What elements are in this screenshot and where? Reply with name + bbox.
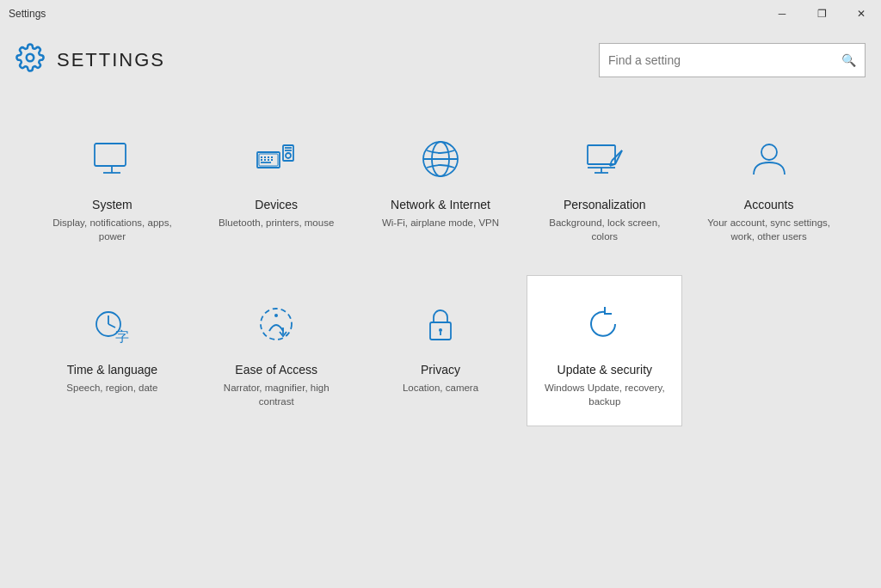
svg-line-33 [108, 324, 115, 328]
setting-item-accounts[interactable]: Accounts Your account, sync settings, wo… [691, 110, 847, 261]
search-icon: 🔍 [841, 53, 856, 67]
titlebar-title: Settings [9, 8, 46, 20]
header: SETTINGS 🔍 [0, 28, 881, 93]
time-name: Time & language [67, 363, 157, 377]
header-left: SETTINGS [15, 43, 165, 78]
personalization-icon [582, 137, 627, 187]
setting-item-privacy[interactable]: Privacy Location, camera [363, 275, 519, 426]
accounts-icon [747, 137, 792, 187]
personalization-desc: Background, lock screen, colors [536, 216, 673, 243]
svg-point-30 [761, 144, 777, 160]
titlebar-controls: ─ ❐ ✕ [762, 0, 881, 28]
network-desc: Wi-Fi, airplane mode, VPN [382, 216, 499, 230]
svg-text:字: 字 [115, 329, 129, 344]
ease-name: Ease of Access [235, 363, 317, 377]
close-button[interactable]: ✕ [841, 0, 881, 28]
setting-item-update[interactable]: Update & security Windows Update, recove… [527, 275, 682, 426]
search-input[interactable] [608, 53, 841, 67]
ease-icon [254, 302, 299, 352]
devices-name: Devices [255, 198, 298, 211]
svg-point-39 [439, 328, 442, 332]
search-box: 🔍 [599, 43, 866, 77]
settings-grid-row1: System Display, notifications, apps, pow… [34, 110, 847, 261]
main-content: System Display, notifications, apps, pow… [0, 93, 881, 444]
update-name: Update & security [558, 363, 653, 377]
gear-icon [15, 43, 45, 78]
privacy-icon [418, 302, 463, 352]
svg-point-16 [286, 153, 291, 158]
accounts-name: Accounts [744, 198, 794, 211]
minimize-button[interactable]: ─ [762, 0, 802, 28]
time-icon: 字 [89, 302, 134, 352]
setting-item-personalization[interactable]: Personalization Background, lock screen,… [527, 110, 682, 261]
page-title: SETTINGS [57, 49, 165, 71]
setting-item-devices[interactable]: Devices Bluetooth, printers, mouse [199, 110, 354, 261]
privacy-name: Privacy [421, 363, 460, 377]
ease-desc: Narrator, magnifier, high contrast [208, 381, 345, 408]
setting-item-time[interactable]: 字 Time & language Speech, region, date [34, 275, 190, 426]
devices-icon [254, 137, 299, 187]
personalization-name: Personalization [564, 198, 646, 211]
setting-item-ease[interactable]: Ease of Access Narrator, magnifier, high… [199, 275, 354, 426]
network-name: Network & Internet [391, 198, 490, 211]
setting-item-system[interactable]: System Display, notifications, apps, pow… [34, 110, 190, 261]
restore-button[interactable]: ❐ [802, 0, 841, 28]
network-icon [418, 137, 463, 187]
settings-grid-row2: 字 Time & language Speech, region, date E… [34, 275, 847, 426]
system-icon [89, 137, 134, 187]
time-desc: Speech, region, date [66, 381, 157, 395]
update-desc: Windows Update, recovery, backup [536, 381, 673, 408]
setting-item-network[interactable]: Network & Internet Wi-Fi, airplane mode,… [363, 110, 519, 261]
update-icon [582, 302, 627, 352]
svg-point-0 [27, 53, 34, 61]
devices-desc: Bluetooth, printers, mouse [219, 216, 334, 230]
svg-rect-1 [95, 144, 126, 166]
system-name: System [92, 198, 132, 211]
system-desc: Display, notifications, apps, power [44, 216, 181, 243]
empty-cell [691, 275, 847, 426]
svg-point-36 [274, 314, 278, 317]
accounts-desc: Your account, sync settings, work, other… [700, 216, 837, 243]
privacy-desc: Location, camera [403, 381, 478, 395]
titlebar: Settings ─ ❐ ✕ [0, 0, 881, 28]
